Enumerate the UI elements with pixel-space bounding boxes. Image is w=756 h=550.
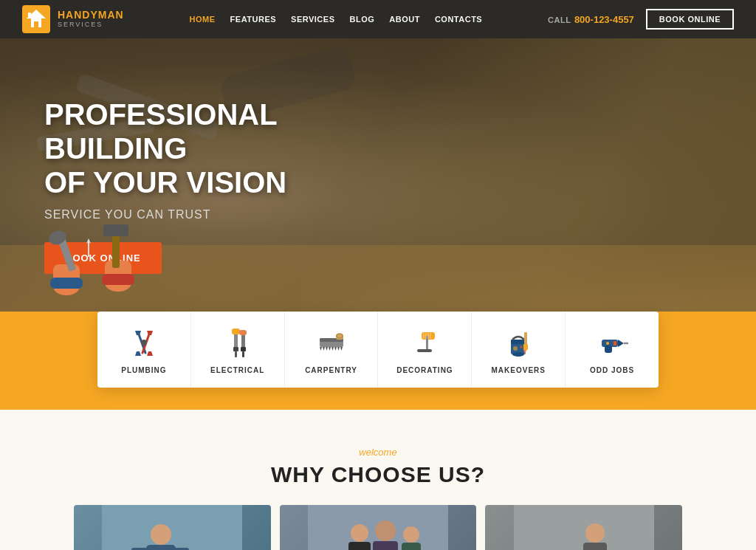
svg-rect-17 [103, 224, 128, 236]
why-title: WHY CHOOSE US? [44, 462, 712, 487]
why-card-2 [280, 505, 477, 550]
svg-marker-26 [147, 351, 153, 356]
nav-features[interactable]: FEATURES [230, 15, 276, 24]
svg-marker-64 [618, 340, 624, 347]
services-bar-wrapper: PLUMBING [0, 312, 756, 388]
svg-marker-41 [331, 347, 334, 351]
plumbing-icon [128, 326, 160, 359]
hands-svg [22, 198, 170, 309]
svg-rect-86 [583, 543, 607, 550]
svg-rect-31 [241, 347, 246, 351]
svg-rect-59 [523, 344, 528, 350]
svg-rect-50 [417, 349, 432, 352]
hero-title: PROFESSIONAL BUILDING OF YOUR VISION [44, 97, 399, 199]
svg-rect-32 [242, 351, 244, 357]
nav-services[interactable]: SERVICES [291, 15, 334, 24]
hero-hands-illustration [22, 198, 170, 312]
carpentry-icon [315, 326, 348, 359]
svg-point-22 [141, 340, 147, 346]
service-electrical[interactable]: ELECTRICAL [191, 312, 285, 388]
call-area: CALL 800-123-4557 [548, 13, 634, 26]
svg-point-85 [585, 523, 605, 543]
plumbing-label: PLUMBING [121, 366, 166, 374]
main-nav: HOME FEATURES SERVICES BLOG ABOUT CONTAC… [190, 15, 483, 24]
makeovers-icon [502, 326, 535, 359]
svg-rect-81 [373, 541, 398, 550]
why-section: welcome WHY CHOOSE US? [0, 410, 756, 550]
svg-marker-38 [323, 347, 325, 351]
nav-contacts[interactable]: CONTACTS [435, 15, 482, 24]
svg-marker-37 [320, 347, 322, 351]
service-carpentry[interactable]: CARPENTRY [285, 312, 379, 388]
svg-marker-23 [135, 331, 141, 335]
electrical-icon [221, 326, 254, 359]
svg-point-67 [606, 342, 609, 345]
odd-jobs-icon [596, 326, 628, 359]
hero-section: PROFESSIONAL BUILDING OF YOUR VISION SER… [0, 38, 756, 356]
svg-rect-58 [524, 332, 527, 346]
nav-home[interactable]: HOME [190, 15, 216, 24]
service-decorating[interactable]: DECORATING [378, 312, 472, 388]
decorating-icon [408, 326, 441, 359]
card-3-image [514, 505, 654, 550]
svg-marker-25 [135, 351, 141, 356]
services-section: PLUMBING [0, 312, 756, 410]
logo-brand: HANDYMAN [58, 10, 124, 21]
svg-point-61 [513, 346, 518, 351]
svg-point-80 [375, 520, 396, 541]
services-bar: PLUMBING [97, 312, 659, 388]
why-card-1-content [74, 505, 271, 550]
svg-point-62 [520, 346, 523, 348]
makeovers-label: MAKEOVERS [492, 366, 546, 374]
carpentry-label: CARPENTRY [305, 366, 357, 374]
svg-rect-56 [511, 340, 526, 344]
logo-services: SERVICES [58, 21, 124, 29]
svg-rect-28 [233, 347, 238, 351]
card-2-image [308, 505, 448, 550]
svg-rect-3 [34, 21, 38, 27]
svg-point-82 [403, 526, 419, 543]
header-right: CALL 800-123-4557 BOOK ONLINE [548, 9, 734, 30]
service-odd-jobs[interactable]: ODD JOBS [566, 312, 659, 388]
svg-point-78 [351, 524, 368, 542]
service-plumbing[interactable]: PLUMBING [97, 312, 191, 388]
svg-marker-40 [329, 347, 331, 351]
svg-rect-69 [102, 505, 242, 550]
call-label: CALL [548, 16, 571, 24]
why-card-1 [74, 505, 271, 550]
decorating-label: DECORATING [396, 366, 453, 374]
svg-rect-66 [605, 346, 612, 353]
svg-marker-44 [340, 347, 343, 351]
logo-text: HANDYMAN SERVICES [58, 10, 124, 28]
why-welcome: welcome [44, 447, 712, 458]
svg-point-57 [512, 352, 524, 357]
svg-rect-68 [614, 341, 616, 346]
svg-marker-39 [326, 347, 328, 351]
svg-marker-24 [147, 331, 153, 335]
why-card-3 [485, 505, 682, 550]
svg-rect-33 [232, 329, 240, 334]
svg-rect-29 [235, 351, 237, 357]
logo[interactable]: HANDYMAN SERVICES [22, 5, 124, 33]
card-1-image [102, 505, 242, 550]
nav-about[interactable]: ABOUT [389, 15, 420, 24]
electrical-label: ELECTRICAL [210, 366, 264, 374]
logo-icon [22, 5, 50, 33]
svg-rect-34 [239, 330, 247, 335]
why-card-3-content [485, 505, 682, 550]
svg-marker-43 [337, 347, 340, 351]
nav-blog[interactable]: BLOG [350, 15, 375, 24]
svg-rect-4 [28, 13, 31, 18]
site-header: HANDYMAN SERVICES HOME FEATURES SERVICES… [0, 0, 756, 38]
svg-rect-15 [102, 274, 134, 285]
why-card-2-content [280, 505, 477, 550]
svg-rect-10 [50, 278, 83, 289]
odd-jobs-label: ODD JOBS [590, 366, 634, 374]
svg-rect-79 [348, 542, 371, 550]
why-cards-row [44, 487, 712, 550]
phone-number: 800-123-4557 [574, 14, 634, 25]
service-makeovers[interactable]: MAKEOVERS [472, 312, 566, 388]
svg-point-70 [151, 524, 171, 545]
svg-rect-71 [146, 545, 176, 550]
book-online-button-header[interactable]: BOOK ONLINE [646, 9, 734, 30]
